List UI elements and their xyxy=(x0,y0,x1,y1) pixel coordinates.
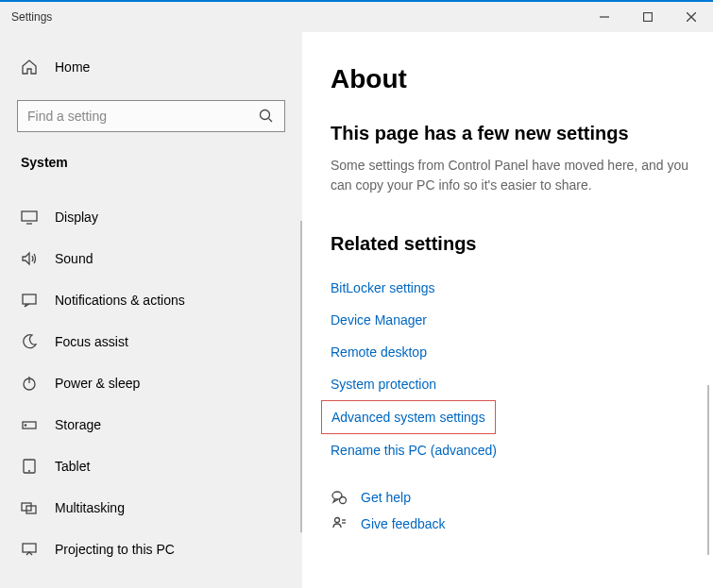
moon-icon xyxy=(21,333,38,350)
sidebar-item-power[interactable]: Power & sleep xyxy=(17,362,285,404)
svg-point-4 xyxy=(261,110,270,120)
give-feedback-label: Give feedback xyxy=(361,516,446,531)
main-content: About This page has a few new settings S… xyxy=(302,32,713,588)
page-title: About xyxy=(331,64,713,94)
svg-point-19 xyxy=(340,497,347,504)
related-settings-heading: Related settings xyxy=(331,233,713,255)
svg-rect-17 xyxy=(23,544,36,552)
window-title: Settings xyxy=(11,10,52,24)
notifications-icon xyxy=(21,292,38,309)
link-system-protection[interactable]: System protection xyxy=(331,368,436,400)
search-input[interactable] xyxy=(27,109,258,124)
feedback-icon xyxy=(331,515,348,532)
home-icon xyxy=(21,59,38,76)
sidebar-item-focus-assist[interactable]: Focus assist xyxy=(17,321,285,362)
sidebar: Home System Display Sound Notifications xyxy=(0,32,302,588)
projecting-icon xyxy=(21,541,38,558)
display-icon xyxy=(21,209,38,226)
sidebar-item-label: Display xyxy=(55,210,98,225)
multitasking-icon xyxy=(21,499,38,516)
link-bitlocker[interactable]: BitLocker settings xyxy=(331,272,435,304)
svg-rect-1 xyxy=(644,13,653,22)
sidebar-item-label: Tablet xyxy=(55,459,90,474)
storage-icon xyxy=(21,416,38,433)
titlebar: Settings xyxy=(0,2,713,32)
main-scrollbar[interactable] xyxy=(707,385,709,555)
sidebar-item-label: Focus assist xyxy=(55,334,128,349)
search-box[interactable] xyxy=(17,100,285,132)
sub-text: Some settings from Control Panel have mo… xyxy=(331,156,689,195)
sidebar-item-display[interactable]: Display xyxy=(17,196,285,238)
sidebar-item-projecting[interactable]: Projecting to this PC xyxy=(17,529,285,570)
link-advanced-system-settings[interactable]: Advanced system settings xyxy=(321,400,496,434)
nav-list: Display Sound Notifications & actions Fo… xyxy=(17,196,285,570)
sub-heading: This page has a few new settings xyxy=(331,123,713,144)
sidebar-item-storage[interactable]: Storage xyxy=(17,404,285,445)
sidebar-item-label: Storage xyxy=(55,417,101,432)
search-icon xyxy=(258,108,275,125)
sidebar-item-label: Power & sleep xyxy=(55,376,140,391)
sidebar-item-notifications[interactable]: Notifications & actions xyxy=(17,279,285,321)
sidebar-item-label: Projecting to this PC xyxy=(55,542,175,557)
tablet-icon xyxy=(21,458,38,475)
window-controls xyxy=(583,2,713,32)
sidebar-item-multitasking[interactable]: Multitasking xyxy=(17,487,285,529)
svg-rect-6 xyxy=(22,211,37,221)
sidebar-item-label: Sound xyxy=(55,251,93,266)
home-nav[interactable]: Home xyxy=(17,51,285,83)
sidebar-item-sound[interactable]: Sound xyxy=(17,238,285,279)
link-rename-pc[interactable]: Rename this PC (advanced) xyxy=(331,434,497,466)
svg-point-12 xyxy=(25,425,25,426)
give-feedback-row[interactable]: Give feedback xyxy=(331,515,713,532)
svg-line-5 xyxy=(269,119,273,123)
link-device-manager[interactable]: Device Manager xyxy=(331,304,427,336)
minimize-button[interactable] xyxy=(583,2,626,32)
help-icon xyxy=(331,489,348,506)
home-label: Home xyxy=(55,59,90,75)
related-links: BitLocker settings Device Manager Remote… xyxy=(331,272,713,466)
get-help-label: Get help xyxy=(361,490,411,505)
svg-point-20 xyxy=(335,518,340,523)
get-help-row[interactable]: Get help xyxy=(331,489,713,506)
sidebar-item-label: Notifications & actions xyxy=(55,293,185,308)
sidebar-item-label: Multitasking xyxy=(55,500,125,515)
link-remote-desktop[interactable]: Remote desktop xyxy=(331,336,427,368)
sidebar-item-tablet[interactable]: Tablet xyxy=(17,445,285,487)
sound-icon xyxy=(21,250,38,267)
svg-rect-8 xyxy=(23,294,36,304)
close-button[interactable] xyxy=(670,2,713,32)
maximize-button[interactable] xyxy=(626,2,670,32)
power-icon xyxy=(21,375,38,392)
section-title: System xyxy=(17,149,285,183)
